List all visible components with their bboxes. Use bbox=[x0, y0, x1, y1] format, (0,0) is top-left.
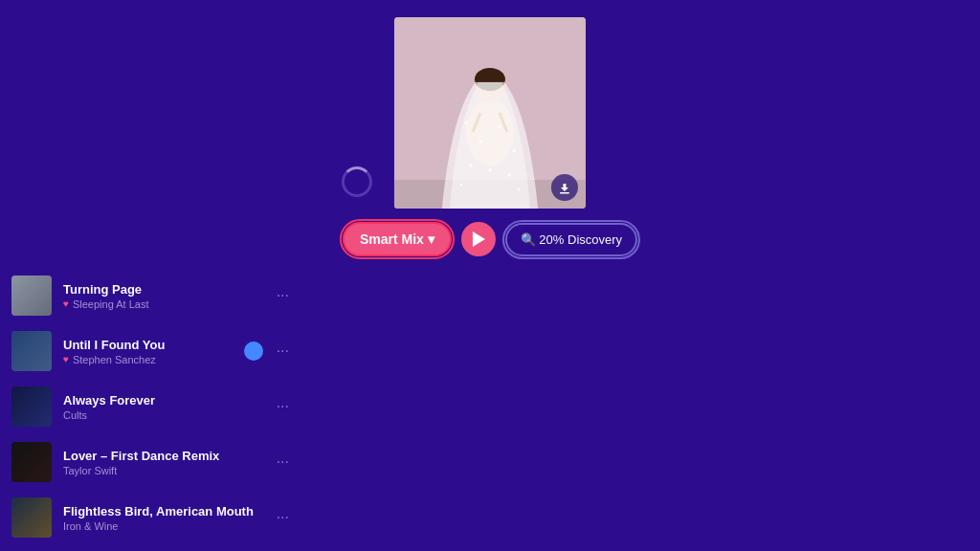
svg-point-11 bbox=[489, 169, 492, 172]
loading-spinner bbox=[342, 166, 372, 197]
play-button[interactable] bbox=[461, 222, 496, 256]
smart-mix-button[interactable]: Smart Mix ▾ bbox=[343, 222, 452, 256]
song-menu-dots[interactable]: ··· bbox=[277, 509, 289, 526]
svg-point-6 bbox=[465, 121, 468, 124]
svg-rect-17 bbox=[560, 192, 569, 194]
svg-point-12 bbox=[508, 174, 511, 177]
song-thumbnail bbox=[11, 442, 52, 482]
song-item[interactable]: Turning Page♥Sleeping At Last··· bbox=[0, 268, 297, 323]
song-menu-dots[interactable]: ··· bbox=[277, 398, 289, 415]
svg-rect-21 bbox=[11, 442, 52, 482]
song-thumbnail bbox=[11, 331, 52, 371]
heart-icon: ♥ bbox=[63, 298, 69, 309]
song-info: Turning Page♥Sleeping At Last bbox=[63, 282, 285, 310]
song-item[interactable]: Lover – First Dance RemixTaylor Swift··· bbox=[0, 434, 297, 490]
album-art-container bbox=[394, 17, 586, 209]
song-title: Flightless Bird, American Mouth bbox=[63, 504, 285, 518]
song-menu-dots[interactable]: ··· bbox=[277, 287, 289, 304]
song-menu-dots[interactable]: ··· bbox=[277, 342, 289, 360]
discovery-button[interactable]: 🔍 20% Discovery bbox=[505, 223, 637, 256]
svg-rect-20 bbox=[11, 386, 52, 427]
album-art-section: Smart Mix ▾ 🔍 20% Discovery bbox=[343, 17, 637, 256]
song-menu-dots[interactable]: ··· bbox=[277, 453, 289, 471]
playing-indicator bbox=[244, 342, 263, 361]
song-thumbnail bbox=[11, 276, 52, 316]
svg-rect-18 bbox=[11, 276, 52, 316]
heart-icon: ♥ bbox=[63, 354, 69, 364]
download-icon[interactable] bbox=[551, 174, 578, 201]
song-artist: Cults bbox=[63, 409, 285, 421]
song-title: Always Forever bbox=[63, 393, 285, 408]
svg-point-14 bbox=[518, 188, 521, 191]
controls-row: Smart Mix ▾ 🔍 20% Discovery bbox=[343, 222, 637, 256]
song-title: Lover – First Dance Remix bbox=[63, 449, 285, 463]
song-artist: ♥Sleeping At Last bbox=[63, 298, 285, 310]
song-artist: Iron & Wine bbox=[63, 520, 285, 532]
svg-point-10 bbox=[470, 165, 473, 167]
song-info: Lover – First Dance RemixTaylor Swift bbox=[63, 449, 285, 476]
song-info: Always ForeverCults bbox=[63, 393, 285, 421]
song-thumbnail bbox=[11, 497, 52, 538]
svg-rect-22 bbox=[11, 497, 52, 538]
svg-rect-19 bbox=[11, 331, 52, 371]
song-info: Flightless Bird, American MouthIron & Wi… bbox=[63, 504, 285, 532]
song-list: Turning Page♥Sleeping At Last···Until I … bbox=[0, 268, 297, 551]
song-title: Turning Page bbox=[63, 282, 285, 297]
song-item[interactable]: Flightless Bird, American MouthIron & Wi… bbox=[0, 490, 297, 545]
svg-point-9 bbox=[513, 150, 516, 153]
svg-point-13 bbox=[460, 184, 463, 187]
song-item[interactable]: Love Of My Life♥Harry Styles··· bbox=[0, 545, 297, 551]
svg-point-7 bbox=[479, 141, 482, 143]
song-item[interactable]: Until I Found You♥Stephen Sanchez··· bbox=[0, 323, 297, 379]
play-icon bbox=[473, 231, 485, 247]
song-item[interactable]: Always ForeverCults··· bbox=[0, 379, 297, 434]
song-artist: Taylor Swift bbox=[63, 465, 285, 476]
svg-point-8 bbox=[499, 126, 501, 129]
song-thumbnail bbox=[11, 386, 52, 427]
